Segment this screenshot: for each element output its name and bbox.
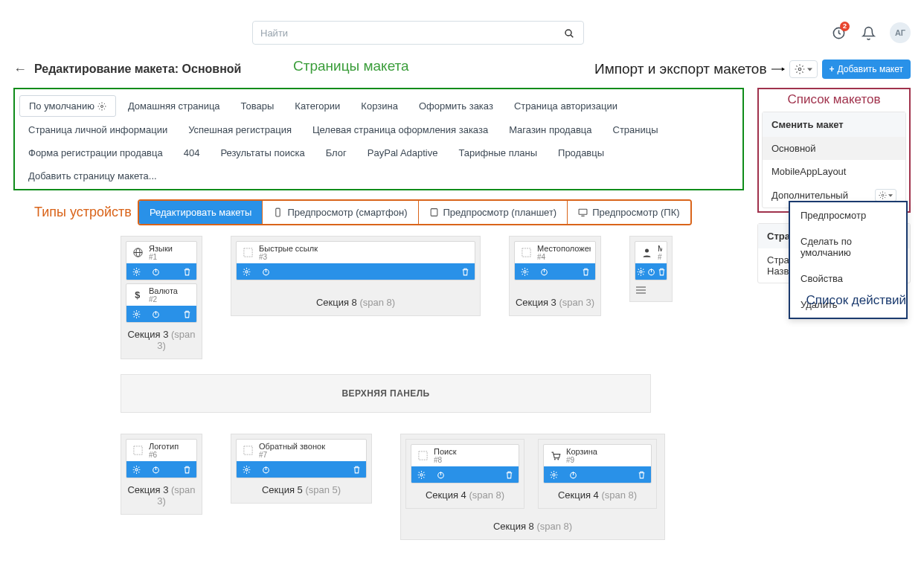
layout-page-tab[interactable]: Продавцы <box>549 143 613 163</box>
block-trash-button[interactable] <box>347 461 366 478</box>
search-button[interactable] <box>563 25 580 42</box>
topbar-actions: 2 АГ <box>830 22 911 43</box>
block-trash-button[interactable] <box>177 306 196 322</box>
layout-block[interactable]: Языки#1 <box>126 241 197 280</box>
block-power-button[interactable] <box>431 466 450 483</box>
user-avatar[interactable]: АГ <box>890 22 911 43</box>
back-button[interactable]: ← <box>13 62 27 77</box>
layout-list-item[interactable]: Основной <box>763 137 905 160</box>
import-export-button[interactable] <box>789 60 818 78</box>
layout-section[interactable]: Местоположение г#4 Секция 3 (span 3) <box>509 236 601 316</box>
block-gear-button[interactable] <box>635 263 646 280</box>
dropdown-item[interactable]: Предпросмотр <box>790 202 906 228</box>
layout-list-item[interactable]: MobileAppLayout <box>763 160 905 183</box>
block-title: Логотип <box>149 442 192 451</box>
block-trash-button[interactable] <box>177 461 196 478</box>
block-trash-button[interactable] <box>576 263 595 280</box>
layout-page-tab[interactable]: Страницы <box>604 120 667 140</box>
add-layout-button[interactable]: + Добавить макет <box>822 60 911 79</box>
layout-block[interactable]: Корзина#9 <box>543 444 652 483</box>
device-tab-label: Редактировать макеты <box>150 207 252 218</box>
layout-page-tab[interactable]: Страница авторизации <box>505 95 626 117</box>
layout-page-tab[interactable]: Добавить страницу макета... <box>19 166 166 186</box>
layout-page-tab[interactable]: Блог <box>317 143 356 163</box>
block-power-button[interactable] <box>146 461 165 478</box>
layout-section[interactable]: Языки#1$Валюта#2 Секция 3 (span 3) <box>121 236 202 359</box>
svg-rect-8 <box>276 208 280 216</box>
layout-block[interactable]: Поиск#8 <box>411 444 519 483</box>
block-gear-button[interactable] <box>126 263 146 280</box>
trash-icon <box>504 470 514 480</box>
block-power-button[interactable] <box>146 263 165 280</box>
svg-point-31 <box>639 270 641 272</box>
layout-block[interactable]: Мой пр#5 <box>635 241 667 280</box>
layout-page-tab[interactable]: Тарифные планы <box>450 143 547 163</box>
layout-section[interactable]: Логотип#6 Секция 3 (span 3) <box>121 434 202 515</box>
layout-section[interactable]: Обратный звонок#7 Секция 5 (span 5) <box>231 434 372 504</box>
device-tab[interactable]: Редактировать макеты <box>139 201 263 224</box>
block-trash-button[interactable] <box>632 466 651 483</box>
layout-page-tab[interactable]: Успешная регистрация <box>179 120 301 140</box>
block-trash-button[interactable] <box>499 466 519 483</box>
block-gear-button[interactable] <box>411 466 431 483</box>
layout-page-tab[interactable]: Домашняя страница <box>119 95 229 117</box>
layout-page-tab[interactable]: Форма регистрации продавца <box>19 143 172 163</box>
phone-icon <box>273 208 283 217</box>
activity-button[interactable]: 2 <box>830 25 847 41</box>
block-number: #4 <box>537 253 591 261</box>
layout-section[interactable]: Поиск#8 Секция 4 (span 8) <box>405 439 524 509</box>
block-power-button[interactable] <box>563 466 583 483</box>
svg-rect-9 <box>431 209 437 216</box>
block-power-button[interactable] <box>146 306 165 322</box>
block-trash-button[interactable] <box>455 263 475 280</box>
device-tab[interactable]: Предпросмотр (смартфон) <box>262 201 417 224</box>
layout-section[interactable]: Поиск#8 Секция 4 (span 8) Корзина#9 Секц… <box>400 434 665 540</box>
device-tab[interactable]: Предпросмотр (ПК) <box>567 201 690 224</box>
dropdown-item[interactable]: Сделать по умолчанию <box>790 228 906 266</box>
arrow-icon <box>771 65 785 73</box>
search-icon <box>563 28 575 39</box>
layout-block[interactable]: Быстрые ссылк#3 <box>236 241 475 280</box>
layout-block[interactable]: Местоположение г#4 <box>514 241 596 280</box>
block-power-button[interactable] <box>646 263 656 280</box>
block-gear-button[interactable] <box>237 263 256 280</box>
block-icon-wrap <box>416 449 429 463</box>
annotation-devices: Типы устройств <box>34 205 132 220</box>
block-trash-button[interactable] <box>656 263 667 280</box>
block-power-button[interactable] <box>256 263 275 280</box>
layout-page-tab[interactable]: Страница личной информации <box>19 120 176 140</box>
layout-page-tab[interactable]: Целевая страница оформления заказа <box>304 120 497 140</box>
layout-block[interactable]: Обратный звонок#7 <box>236 439 367 478</box>
block-gear-button[interactable] <box>544 466 563 483</box>
layout-page-tab[interactable]: Товары <box>232 95 283 117</box>
layout-page-tab[interactable]: Корзина <box>352 95 407 117</box>
layout-page-tab[interactable]: Магазин продавца <box>500 120 600 140</box>
block-power-button[interactable] <box>534 263 554 280</box>
layout-page-tab[interactable]: Результаты поиска <box>211 143 313 163</box>
layout-page-tab[interactable]: Категории <box>286 95 349 117</box>
layout-item-menu-button[interactable] <box>875 189 896 202</box>
bell-button[interactable] <box>860 25 876 41</box>
layout-page-tab[interactable]: PayPal Adaptive <box>359 143 447 163</box>
block-trash-button[interactable] <box>177 263 196 280</box>
layout-page-tab[interactable]: 404 <box>175 143 209 163</box>
layout-section[interactable]: Мой пр#5 <box>629 236 673 302</box>
layout-section[interactable]: Корзина#9 Секция 4 (span 8) <box>538 439 657 509</box>
device-tab[interactable]: Предпросмотр (планшет) <box>418 201 568 224</box>
svg-point-0 <box>565 30 571 36</box>
block-gear-button[interactable] <box>126 461 146 478</box>
block-gear-button[interactable] <box>126 306 146 322</box>
layouts-panel-frame: Список макетов Сменить макет ОсновнойMob… <box>757 88 911 213</box>
layout-section[interactable]: Быстрые ссылк#3 Секция 8 (span 8) <box>231 236 481 316</box>
layout-block[interactable]: $Валюта#2 <box>126 283 197 323</box>
layout-page-tab[interactable]: Оформить заказ <box>410 95 502 117</box>
layout-page-tab[interactable]: По умолчанию <box>19 95 116 117</box>
block-power-button[interactable] <box>256 461 275 478</box>
block-header: Логотип#6 <box>126 440 196 461</box>
gear-icon <box>132 465 141 475</box>
search-input[interactable] <box>252 21 584 45</box>
layout-block[interactable]: Логотип#6 <box>126 439 197 478</box>
dropdown-item[interactable]: Свойства <box>790 266 906 292</box>
block-gear-button[interactable] <box>515 263 534 280</box>
block-gear-button[interactable] <box>237 461 256 478</box>
